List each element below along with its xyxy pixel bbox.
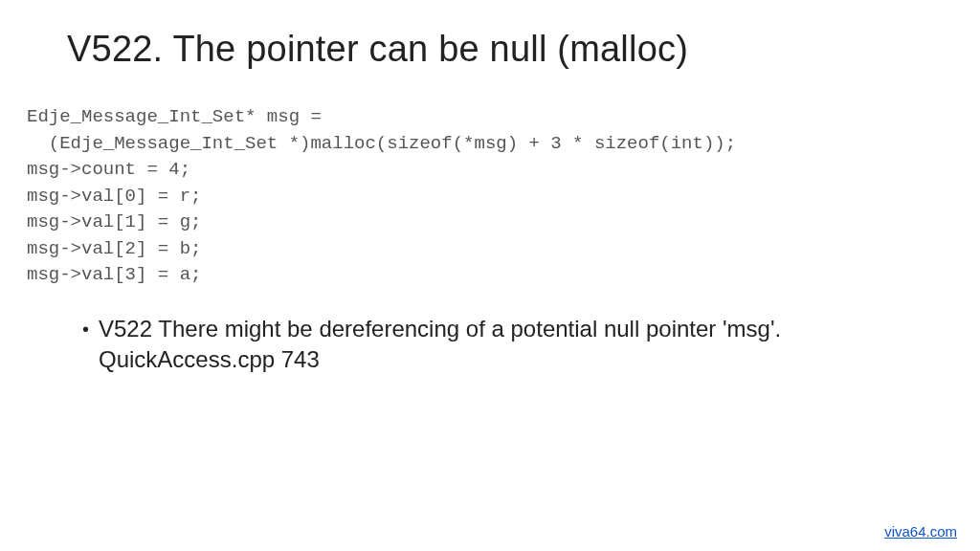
slide-title: V522. The pointer can be null (malloc) <box>67 29 980 70</box>
code-line: Edje_Message_Int_Set* msg = <box>27 106 322 127</box>
bullet-dot-icon: • <box>82 317 89 342</box>
code-line: msg->val[1] = g; <box>27 211 201 232</box>
code-line: msg->count = 4; <box>27 159 190 180</box>
code-line: msg->val[3] = a; <box>27 264 201 285</box>
code-block: Edje_Message_Int_Set* msg = (Edje_Messag… <box>27 104 980 289</box>
bullet-item: • V522 There might be dereferencing of a… <box>82 314 980 376</box>
footer-link[interactable]: viva64.com <box>884 523 957 540</box>
code-line: msg->val[2] = b; <box>27 238 201 259</box>
bullet-text: V522 There might be dereferencing of a p… <box>99 314 893 376</box>
code-line: (Edje_Message_Int_Set *)malloc(sizeof(*m… <box>27 133 736 154</box>
slide: V522. The pointer can be null (malloc) E… <box>0 0 980 551</box>
code-line: msg->val[0] = r; <box>27 186 201 207</box>
